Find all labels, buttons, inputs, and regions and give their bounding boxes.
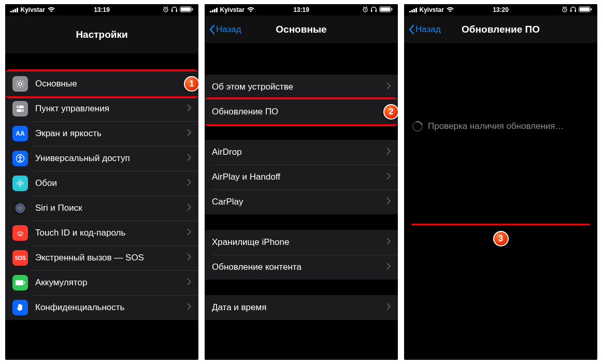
step-badge-2: 2 (383, 104, 398, 120)
chevron-right-icon (187, 278, 191, 288)
row-touchid[interactable]: Touch ID и код-пароль (5, 221, 198, 245)
svg-rect-34 (591, 8, 592, 10)
row-label: Об этом устройстве (212, 82, 386, 92)
svg-rect-28 (392, 8, 393, 10)
svg-rect-2 (176, 10, 178, 12)
alarm-icon (163, 6, 169, 14)
row-sos[interactable]: SOS Экстренный вызов — SOS (5, 245, 198, 270)
row-label: Конфиденциальность (35, 302, 187, 313)
carrier-label: Kyivstar (21, 6, 45, 13)
row-label: AirDrop (212, 147, 386, 157)
row-control-center[interactable]: Пункт управления (5, 96, 198, 121)
back-button[interactable]: Назад (209, 24, 241, 35)
row-carplay[interactable]: CarPlay (205, 190, 398, 214)
row-airdrop[interactable]: AirDrop (205, 140, 398, 165)
svg-point-10 (21, 110, 23, 111)
row-wallpaper[interactable]: Обои (5, 171, 198, 196)
row-background-refresh[interactable]: Обновление контента (205, 255, 398, 280)
underline-annotation (411, 224, 590, 225)
chevron-right-icon (187, 153, 191, 164)
chevron-right-icon (187, 128, 191, 139)
row-label: Экран и яркость (35, 128, 187, 139)
row-datetime[interactable]: Дата и время (205, 295, 398, 320)
svg-point-12 (20, 156, 21, 157)
nav-bar: Настройки (5, 16, 198, 54)
chevron-right-icon (187, 302, 191, 313)
phone-screen-3: Kyivstar 13:20 Назад Обновление ПО Прове… (404, 4, 597, 360)
row-label: Обои (35, 178, 187, 188)
status-time: 13:20 (493, 6, 509, 13)
chevron-right-icon (386, 237, 391, 247)
svg-rect-30 (570, 10, 572, 12)
back-label: Назад (216, 24, 241, 35)
phone-screen-1: Kyivstar 13:19 Настройки Основные 1 (5, 4, 198, 360)
svg-rect-33 (580, 7, 590, 11)
chevron-right-icon (187, 104, 191, 114)
hand-icon (12, 300, 28, 315)
headphones-icon (171, 6, 178, 14)
svg-point-15 (19, 185, 21, 187)
svg-rect-27 (380, 7, 390, 11)
signal-icon (409, 7, 417, 12)
svg-rect-21 (16, 280, 23, 285)
battery-icon (12, 275, 28, 290)
row-accessibility[interactable]: Универсальный доступ (5, 146, 198, 171)
back-button[interactable]: Назад (408, 24, 441, 35)
siri-icon (12, 200, 28, 216)
signal-icon (10, 7, 18, 12)
phone-screen-2: Kyivstar 13:19 Назад Основные Об этом ус… (205, 4, 398, 360)
row-general[interactable]: Основные (5, 71, 198, 96)
signal-icon (210, 7, 218, 12)
row-label: AirPlay и Handoff (212, 172, 386, 182)
row-label: Обновление ПО (212, 107, 386, 117)
row-siri[interactable]: Siri и Поиск (5, 196, 198, 221)
chevron-right-icon (187, 178, 191, 188)
page-title: Настройки (5, 29, 198, 40)
row-battery[interactable]: Аккумулятор (5, 270, 198, 295)
gear-icon (12, 76, 28, 92)
wifi-icon (247, 7, 254, 12)
toggles-icon (12, 101, 28, 117)
chevron-right-icon (187, 253, 191, 263)
chevron-right-icon (386, 262, 391, 272)
battery-icon (379, 6, 393, 14)
battery-icon (579, 6, 592, 14)
checking-label: Проверка наличия обновления… (428, 121, 564, 132)
step-badge-3: 3 (493, 231, 509, 246)
battery-icon (180, 6, 193, 14)
alarm-icon (362, 6, 368, 14)
row-about[interactable]: Об этом устройстве (205, 75, 398, 99)
headphones-icon (370, 6, 377, 14)
row-software-update[interactable]: Обновление ПО (205, 99, 398, 124)
row-privacy[interactable]: Конфиденциальность (5, 295, 198, 320)
checking-status: Проверка наличия обновления… (404, 121, 597, 132)
svg-point-20 (19, 207, 21, 209)
back-label: Назад (415, 24, 441, 35)
nav-bar: Назад Основные (205, 16, 398, 43)
row-label: Основные (35, 79, 187, 89)
svg-point-19 (18, 206, 23, 211)
chevron-right-icon (386, 147, 391, 157)
svg-rect-5 (192, 8, 193, 10)
row-label: Экстренный вызов — SOS (35, 253, 187, 263)
svg-rect-31 (575, 10, 577, 12)
alarm-icon (562, 6, 568, 14)
highlight-software-update: Обновление ПО 2 (205, 97, 398, 126)
row-label: Пункт управления (35, 104, 187, 114)
row-airplay[interactable]: AirPlay и Handoff (205, 165, 398, 190)
row-label: Хранилище iPhone (212, 237, 386, 247)
svg-rect-4 (181, 7, 191, 11)
status-bar: Kyivstar 13:20 (404, 4, 597, 16)
carrier-label: Kyivstar (420, 6, 444, 13)
headphones-icon (570, 6, 577, 14)
svg-point-13 (19, 182, 21, 184)
svg-point-16 (17, 182, 19, 184)
svg-rect-24 (371, 10, 372, 12)
row-display[interactable]: AA Экран и яркость (5, 121, 198, 146)
row-storage[interactable]: Хранилище iPhone (205, 230, 398, 255)
row-label: Дата и время (212, 302, 386, 313)
sos-icon: SOS (12, 250, 28, 266)
svg-point-17 (22, 182, 24, 184)
row-label: Siri и Поиск (35, 203, 187, 213)
svg-rect-1 (171, 10, 173, 12)
